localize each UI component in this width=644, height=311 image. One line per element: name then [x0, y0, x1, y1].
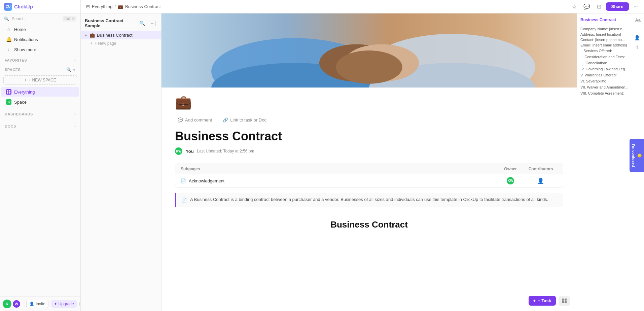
toc-email: Email: [insert email address]: [580, 42, 641, 48]
spaces-search-button[interactable]: 🔍: [66, 67, 71, 72]
favorites-expand-button[interactable]: ›: [74, 58, 76, 63]
feedback-label: I'm confused: [632, 144, 636, 167]
svg-rect-0: [7, 90, 8, 92]
invite-icon: 👤: [29, 302, 34, 306]
quote-block: 📄 A Business Contract is a binding contr…: [175, 193, 563, 207]
toc-item-3[interactable]: III. Cancellation:: [580, 60, 641, 66]
task-bar: + + Task: [529, 296, 570, 306]
svg-rect-2: [7, 92, 8, 94]
home-icon: ⌂: [6, 27, 11, 32]
svg-point-11: [336, 50, 402, 84]
dashboards-expand-button[interactable]: ›: [74, 112, 76, 116]
plus-icon-new: +: [90, 41, 93, 46]
doc-sidebar-header: Business Contract Sample 🔍 ←|: [81, 17, 161, 31]
dashboards-section: DASHBOARDS ›: [0, 107, 80, 119]
space-dot: S: [6, 99, 11, 105]
search-bar[interactable]: 🔍 Search Ctrl+K: [0, 13, 80, 24]
toc-item-6[interactable]: VI. Severability:: [580, 78, 641, 84]
left-sidebar: 🔍 Search Ctrl+K ⌂ Home 🔔 Notifications ↓…: [0, 13, 81, 311]
space-item-space[interactable]: S Space: [1, 97, 79, 107]
share-button[interactable]: Share: [606, 2, 629, 11]
toc-item-2[interactable]: II. Consideration and Fees:: [580, 54, 641, 60]
doc-search-button[interactable]: 🔍: [138, 20, 146, 27]
bookmark-button[interactable]: ☆: [570, 2, 579, 11]
clickup-logo[interactable]: CU ClickUp: [4, 3, 33, 11]
spaces-section-label: SPACES 🔍 ∨: [0, 64, 80, 73]
toc-company-name: Company Name: [insert n...: [580, 26, 641, 32]
right-panel-actions: 👤 ⬆: [633, 34, 641, 51]
user-avatar-k: K: [3, 300, 11, 308]
doc-meta: KW You Last Updated: Today at 2:56 pm: [162, 146, 577, 160]
subpages-header: Subpages Owner Contributors: [175, 164, 563, 174]
link-task-button[interactable]: 🔗 Link to task or Doc: [220, 116, 269, 124]
toc-item-8[interactable]: VIII. Complete Agreement:: [580, 90, 641, 96]
doc-meta-user: You: [186, 149, 194, 154]
spaces-expand-button[interactable]: ∨: [73, 67, 76, 72]
everything-dot: [6, 89, 11, 95]
doc-tree-item-contract[interactable]: ▶ 💼 Business Contract: [81, 31, 161, 39]
user-avatar-w: W: [12, 300, 21, 308]
breadcrumb-contract[interactable]: Business Contract: [125, 4, 161, 9]
comment-icon: 💬: [178, 117, 183, 123]
contract-icon: 💼: [90, 33, 95, 38]
arrow-down-icon: ↓: [6, 47, 11, 52]
breadcrumb-everything[interactable]: Everything: [92, 4, 112, 9]
font-size-button[interactable]: Aa: [635, 18, 641, 23]
breadcrumb-separator: /: [114, 4, 116, 9]
quote-page-icon: 📄: [181, 197, 187, 204]
nav-home-label: Home: [14, 27, 26, 32]
toc-address: Address: [insert location]: [580, 32, 641, 37]
space-label: Space: [14, 100, 27, 105]
feedback-tab[interactable]: 😕 I'm confused: [630, 139, 644, 172]
doc-meta-avatar: KW: [175, 147, 182, 155]
space-item-everything[interactable]: Everything: [1, 87, 79, 97]
docs-expand-button[interactable]: ›: [74, 124, 76, 129]
svg-rect-1: [9, 90, 10, 92]
doc-meta-updated: Last Updated: Today at 2:56 pm: [197, 149, 254, 153]
search-icon: 🔍: [4, 16, 9, 21]
grid-icon: [562, 299, 567, 303]
grid-view-button[interactable]: [559, 296, 570, 306]
doc-collapse-button[interactable]: ←|: [148, 20, 157, 27]
doc-sidebar-title: Business Contract Sample: [85, 18, 138, 28]
link-icon: 🔗: [223, 117, 228, 123]
add-task-plus-icon: +: [533, 298, 536, 303]
more-options-button[interactable]: ···: [632, 2, 640, 11]
handshake-visual: [162, 13, 577, 88]
quote-text: A Business Contract is a binding contrac…: [190, 196, 548, 204]
breadcrumb-icon-everything: ⊞: [86, 4, 90, 9]
subpage-row[interactable]: 📄 Acknowledgement KW 👤: [175, 174, 563, 187]
nav-notifications-label: Notifications: [14, 37, 38, 42]
doc-actions-row: 💬 Add comment 🔗 Link to task or Doc: [162, 113, 577, 127]
favorites-section-label: FAVORITES ›: [0, 55, 80, 64]
new-space-button[interactable]: + + NEW SPACE: [3, 75, 77, 85]
toc-item-7[interactable]: VII. Waiver and Amendmen...: [580, 84, 641, 90]
toc-item-4[interactable]: IV. Governing Law and Leg...: [580, 66, 641, 72]
fullscreen-button[interactable]: ⊡: [595, 2, 603, 11]
nav-item-notifications[interactable]: 🔔 Notifications: [1, 35, 79, 44]
nav-item-home[interactable]: ⌂ Home: [1, 25, 79, 34]
toc-item-5[interactable]: V. Warranties Offered:: [580, 72, 641, 78]
invite-button[interactable]: 👤 Invite: [26, 300, 48, 308]
rp-user-icon-button[interactable]: 👤: [633, 34, 641, 42]
subpages-section: Subpages Owner Contributors 📄 Acknowledg…: [175, 164, 563, 187]
new-space-label: + NEW SPACE: [29, 78, 56, 82]
doc-sidebar: Business Contract Sample 🔍 ←| ▶ 💼 Busine…: [81, 13, 162, 311]
rp-upload-icon-button[interactable]: ⬆: [633, 43, 641, 51]
search-shortcut: Ctrl+K: [63, 16, 76, 22]
page-icon: 📄: [181, 178, 186, 183]
sidebar-bottom: K W 👤 Invite ✦ Upgrade ?: [0, 297, 80, 311]
subpage-name: Acknowledgement: [189, 178, 224, 183]
nav-item-show-more[interactable]: ↓ Show more: [1, 45, 79, 54]
new-page-button[interactable]: + + New page: [81, 39, 161, 47]
toc-item-1[interactable]: I. Services Offered:: [580, 48, 641, 54]
owner-avatar: KW: [507, 177, 514, 184]
subpages-col-owner: Owner: [497, 167, 524, 171]
comment-button[interactable]: 💬: [581, 2, 592, 11]
upgrade-button[interactable]: ✦ Upgrade: [51, 300, 77, 308]
add-task-label: + Task: [538, 298, 551, 303]
svg-rect-3: [9, 92, 10, 94]
sparkle-icon: ✦: [54, 302, 57, 306]
add-task-button[interactable]: + + Task: [529, 296, 556, 306]
add-comment-button[interactable]: 💬 Add comment: [175, 116, 215, 124]
